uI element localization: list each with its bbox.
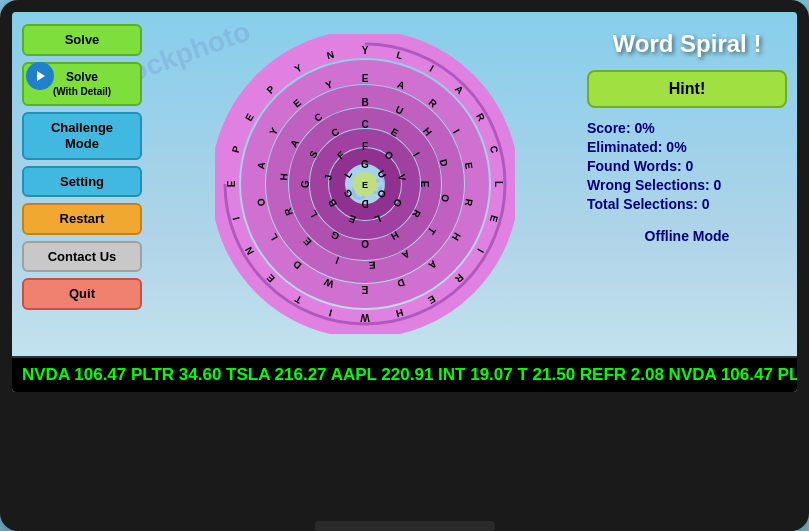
game-title: Word Spiral !	[587, 30, 787, 58]
contact-us-button[interactable]: Contact Us	[22, 241, 142, 273]
score-stat: Score: 0%	[587, 120, 787, 136]
svg-text:D: D	[361, 198, 368, 209]
main-area: Solve Solve(With Detail) ChallengeMode S…	[12, 12, 797, 356]
found-words-stat: Found Words: 0	[587, 158, 787, 174]
tv-stand	[345, 493, 465, 523]
svg-text:F: F	[361, 141, 367, 152]
svg-text:B: B	[361, 97, 368, 108]
spiral-area: Y L I A R C L E I R E H W I T	[152, 20, 577, 348]
svg-text:O: O	[360, 238, 368, 249]
eliminated-stat: Eliminated: 0%	[587, 139, 787, 155]
svg-text:E: E	[226, 180, 237, 187]
offline-mode-label: Offline Mode	[587, 228, 787, 244]
svg-text:E: E	[367, 259, 375, 271]
wrong-selections-stat: Wrong Selections: 0	[587, 177, 787, 193]
stats-panel: Score: 0% Eliminated: 0% Found Words: 0 …	[587, 120, 787, 212]
svg-marker-0	[37, 71, 45, 81]
svg-text:E: E	[361, 180, 367, 190]
svg-text:G: G	[300, 180, 311, 188]
svg-text:E: E	[419, 181, 430, 188]
tv-base	[315, 521, 495, 531]
solve-button[interactable]: Solve	[22, 24, 142, 56]
svg-text:W: W	[359, 312, 369, 323]
svg-text:C: C	[361, 119, 368, 130]
restart-button[interactable]: Restart	[22, 203, 142, 235]
ticker-bar: NVDA 106.47 PLTR 34.60 TSLA 216.27 AAPL …	[12, 356, 797, 392]
challenge-mode-button[interactable]: ChallengeMode	[22, 112, 142, 159]
total-selections-stat: Total Selections: 0	[587, 196, 787, 212]
ticker-text: NVDA 106.47 PLTR 34.60 TSLA 216.27 AAPL …	[22, 365, 797, 385]
svg-text:Y: Y	[361, 45, 368, 56]
tv-screen: iStockphoto iStockphoto Solve Solve(With…	[12, 12, 797, 392]
tv-frame: iStockphoto iStockphoto Solve Solve(With…	[0, 0, 809, 531]
svg-text:E: E	[361, 73, 368, 84]
setting-button[interactable]: Setting	[22, 166, 142, 198]
svg-text:G: G	[361, 159, 369, 170]
svg-text:E: E	[361, 284, 368, 295]
screen-content: Solve Solve(With Detail) ChallengeMode S…	[12, 12, 797, 392]
quit-button[interactable]: Quit	[22, 278, 142, 310]
word-spiral: Y L I A R C L E I R E H W I T	[215, 34, 515, 334]
nav-arrow[interactable]	[26, 62, 54, 90]
hint-button[interactable]: Hint!	[587, 70, 787, 108]
svg-text:H: H	[278, 173, 290, 181]
info-panel: Word Spiral ! Hint! Score: 0% Eliminated…	[587, 20, 787, 348]
svg-text:L: L	[493, 181, 504, 187]
